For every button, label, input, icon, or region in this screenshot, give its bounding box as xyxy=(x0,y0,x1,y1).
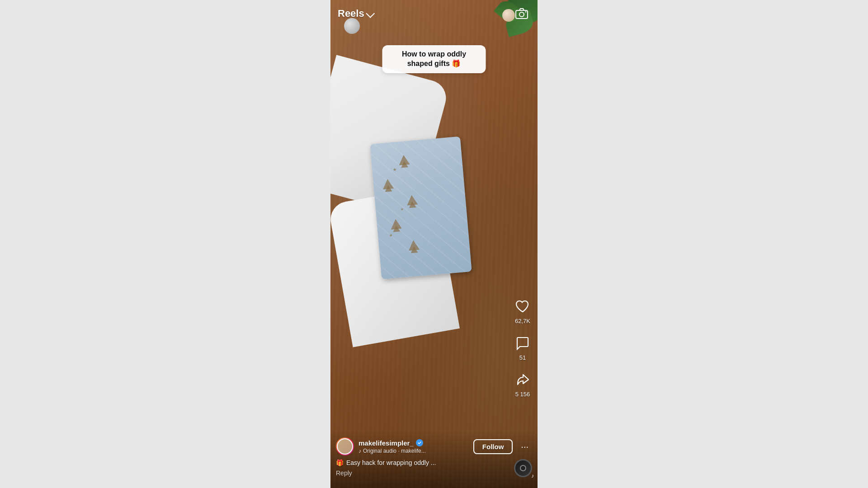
caption-emoji: 🎁 xyxy=(336,459,344,466)
audio-label: Original audio · makelife... xyxy=(363,448,426,454)
camera-button[interactable] xyxy=(513,5,530,22)
music-disc[interactable] xyxy=(514,459,532,477)
reel-container: ★ ★ ★ Reels xyxy=(330,0,538,488)
reels-label: Reels xyxy=(338,8,364,19)
like-count: 62,7K xyxy=(515,318,530,324)
bottom-info: makelifesimpler_ ♪ Original audio · make… xyxy=(330,430,538,488)
header: Reels xyxy=(330,0,538,27)
video-title: How to wrap oddly shaped gifts 🎁 xyxy=(402,50,466,67)
user-avatar[interactable] xyxy=(336,437,354,455)
tree-decoration xyxy=(408,240,420,251)
avatar-image xyxy=(337,438,353,455)
caption-text: Easy hack for wrapping oddly ... xyxy=(346,459,436,466)
star-decoration: ★ xyxy=(392,167,397,172)
caption-row: 🎁 Easy hack for wrapping oddly ... xyxy=(336,459,532,466)
tree-decoration xyxy=(398,155,410,165)
gift-paper: ★ ★ ★ xyxy=(370,136,472,279)
share-icon xyxy=(513,370,532,389)
user-info: makelifesimpler_ ♪ Original audio · make… xyxy=(359,439,469,454)
username-row: makelifesimpler_ xyxy=(359,439,469,447)
comment-count: 51 xyxy=(519,354,526,361)
tree-decoration xyxy=(390,219,402,230)
chevron-down-icon xyxy=(366,9,375,18)
like-button[interactable]: 62,7K xyxy=(513,297,532,324)
svg-point-1 xyxy=(519,12,524,17)
music-disc-inner xyxy=(520,465,526,471)
username[interactable]: makelifesimpler_ xyxy=(359,439,414,447)
share-button[interactable]: 5 156 xyxy=(513,370,532,398)
camera-icon xyxy=(515,8,528,19)
star-decoration: ★ xyxy=(389,233,393,238)
svg-point-2 xyxy=(525,11,527,13)
title-overlay: How to wrap oddly shaped gifts 🎁 xyxy=(382,45,486,73)
music-note-overlay: ♪ xyxy=(531,473,534,479)
star-decoration: ★ xyxy=(401,207,404,211)
more-options-button[interactable]: ··· xyxy=(517,440,532,454)
comment-icon xyxy=(513,333,532,352)
follow-button[interactable]: Follow xyxy=(473,439,513,454)
music-note-icon: ♪ xyxy=(359,448,361,454)
reels-title-area[interactable]: Reels xyxy=(338,8,373,19)
page-wrapper: ★ ★ ★ Reels xyxy=(0,0,868,488)
hands-area: ★ ★ ★ xyxy=(330,68,538,339)
tree-decoration xyxy=(382,178,394,189)
heart-icon xyxy=(513,297,532,316)
reply-button[interactable]: Reply xyxy=(336,469,352,477)
comment-button[interactable]: 51 xyxy=(513,333,532,361)
user-row: makelifesimpler_ ♪ Original audio · make… xyxy=(336,437,532,455)
verified-badge xyxy=(416,439,423,446)
audio-row: ♪ Original audio · makelife... xyxy=(359,448,469,454)
tree-decoration xyxy=(406,195,418,206)
share-count: 5 156 xyxy=(515,391,530,398)
action-buttons: 62,7K 51 5 156 xyxy=(513,297,532,398)
tree-pattern: ★ ★ ★ xyxy=(370,136,472,279)
